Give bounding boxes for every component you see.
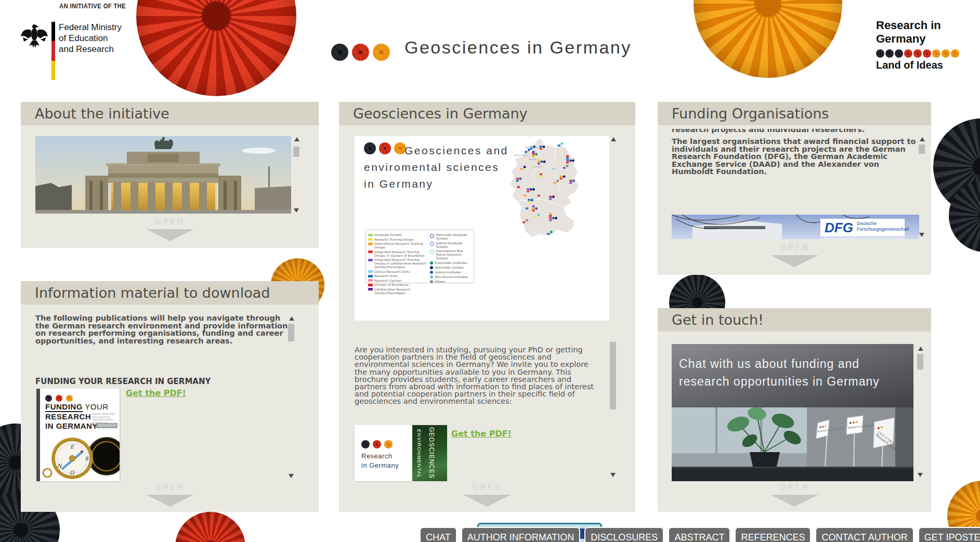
legend-item: International Max Planck Research School… [430,249,472,260]
title-flower-trio-icon [331,44,390,61]
legend-item: Helmholtz Centres [430,266,472,270]
card-text-line: Research [361,452,393,460]
map-legend: Graduate SchoolsResearch Training Groups… [365,230,474,283]
scroll-thumb[interactable] [610,342,616,409]
panel-title: Geosciences in Germany [339,102,635,125]
dfg-building-image: DFG Deutsche Forschungsgemeinschaft [672,215,919,239]
scroll-up-icon[interactable] [918,347,923,351]
page-title: Geosciences in Germany [404,37,632,58]
red-dahlia-flower-icon [136,0,296,96]
legend-item: Clusters of Excellence [368,283,430,286]
cover-title-word: YOUR [85,402,108,411]
toolbar-button-abstract[interactable]: ABSTRACT [668,527,730,542]
scroll-down-icon[interactable] [919,233,924,237]
scrollbar[interactable] [918,136,926,238]
svg-text:Bremen: Bremen [529,158,537,161]
svg-text:research opportunities in Germ: research opportunities in Germany [679,375,880,388]
legend-item: Research Units [368,274,430,277]
scrollbar[interactable] [609,136,617,478]
poster-heading-line: in Germany [364,178,434,190]
downloads-section-heading: FUNDING YOUR RESEARCH IN GERMANY [35,378,211,386]
scrollbar[interactable] [293,136,300,214]
svg-text:S: S [85,456,89,461]
ministry-line: of Education [59,33,122,44]
toolbar-button-author-information[interactable]: AUTHOR INFORMATION [461,527,581,542]
svg-text:O: O [70,470,74,475]
toolbar-button-get-iposter[interactable]: GET IPOSTER [918,527,980,542]
scroll-up-icon[interactable] [294,137,299,141]
legend-item: Clinical Research Units [368,270,430,273]
open-panel-button[interactable]: OPEN [21,217,319,241]
brand-line: Research in [876,19,964,32]
initiative-label: AN INITIATIVE OF THE [59,3,126,10]
scroll-up-icon[interactable] [611,137,616,141]
open-panel-button[interactable]: OPEN [339,483,635,507]
toolbar-button-contact-author[interactable]: CONTACT AUTHOR [815,527,913,542]
legend-item: Fraunhofer Institutes [430,261,472,265]
get-pdf-link[interactable]: Get the PDF! [126,388,186,398]
card-vertical-word: ENVIRONMENTAL [416,429,422,478]
scroll-down-icon[interactable] [918,473,923,477]
legend-item: Leibniz Institutes [430,270,472,274]
scroll-thumb[interactable] [293,147,299,157]
scroll-thumb[interactable] [919,144,925,154]
funding-brochure-cover-image: FUNDING YOUR RESEARCH Grants, fellowship… [36,389,120,481]
get-pdf-link[interactable]: Get the PDF! [451,429,512,439]
ministry-line: Federal Ministry [59,22,122,33]
poster-heading-line: Geosciences and [404,144,508,157]
ministry-line: and Research [59,44,122,55]
legend-item: Others [430,280,472,284]
geosciences-body-text: Are you interested in studying, pursuing… [355,346,603,405]
poster-heading-line: enviromental sciences [364,161,499,174]
panel-title: Funding Organisations [658,102,931,125]
card-flower-row-icon [361,439,393,448]
research-in-germany-card-image: Research in Germany [355,425,412,481]
legend-item: Leibniz Graduate Schools [430,241,472,248]
orange-dahlia-flower-icon [694,0,842,78]
legend-item: Collaborative Research Centres/Transregi… [368,287,430,295]
legend-item: Helmholtz Graduate Schools [430,233,472,240]
legend-item: Graduate Schools [368,233,430,236]
scroll-up-icon[interactable] [920,137,925,141]
panel-funding-organisations: Funding Organisations research projects … [658,102,931,275]
scroll-thumb[interactable] [288,324,294,341]
legend-item: Integrated Research Training Groups in C… [368,258,430,269]
scroll-thumb[interactable] [917,354,923,369]
brand-line: Germany [876,32,964,46]
poster-flower-row-icon [364,142,406,154]
brand-flower-row-icon [876,49,964,58]
funding-clipped-text: research projects and individual researc… [672,129,921,134]
card-text-line: in Germany [361,461,399,469]
svg-text:Deutsche: Deutsche [857,221,877,226]
legend-item: Max Planck Institutes [430,275,472,279]
open-panel-button[interactable]: OPEN [658,483,931,507]
scroll-down-icon[interactable] [294,208,299,213]
panel-title: Information material to download [21,281,319,305]
svg-text:DFG: DFG [825,220,853,235]
scroll-down-icon[interactable] [610,473,616,477]
toolbar-button-disclosures[interactable]: DISCLOSURES [584,527,664,542]
panel-title: Get in touch! [658,308,931,332]
panel-title: About the initiative [21,102,319,125]
legend-item: Research Centres [368,279,430,282]
downloads-intro-text: The following publications will help you… [35,314,294,345]
card-vertical-word: GEOSCIENCES [428,427,435,479]
toolbar-button-chat[interactable]: CHAT [420,527,457,542]
open-label: OPEN [658,243,931,253]
open-arrow-icon [463,495,511,507]
funding-body-text: The largest organisations that award fin… [672,138,922,176]
geosciences-poster-image: Geosciences and enviromental sciences in… [355,136,609,321]
svg-text:Hannover: Hannover [533,166,542,168]
cover-edition-badge: 2019/2020 [96,423,117,428]
legend-item: International Research Training Groups [368,242,430,249]
ministry-logo-text: Federal Ministry of Education and Resear… [59,22,122,55]
scrollbar[interactable] [288,315,295,479]
open-panel-button[interactable]: OPEN [21,483,319,507]
open-panel-button[interactable]: OPEN [658,243,931,267]
red-dahlia-flower-icon [175,512,245,542]
scroll-up-icon[interactable] [289,316,294,321]
scrollbar[interactable] [917,346,924,478]
toolbar-button-references[interactable]: REFERENCES [735,527,811,542]
scroll-down-icon[interactable] [289,474,294,478]
panel-about-initiative: About the initiative [21,102,319,248]
